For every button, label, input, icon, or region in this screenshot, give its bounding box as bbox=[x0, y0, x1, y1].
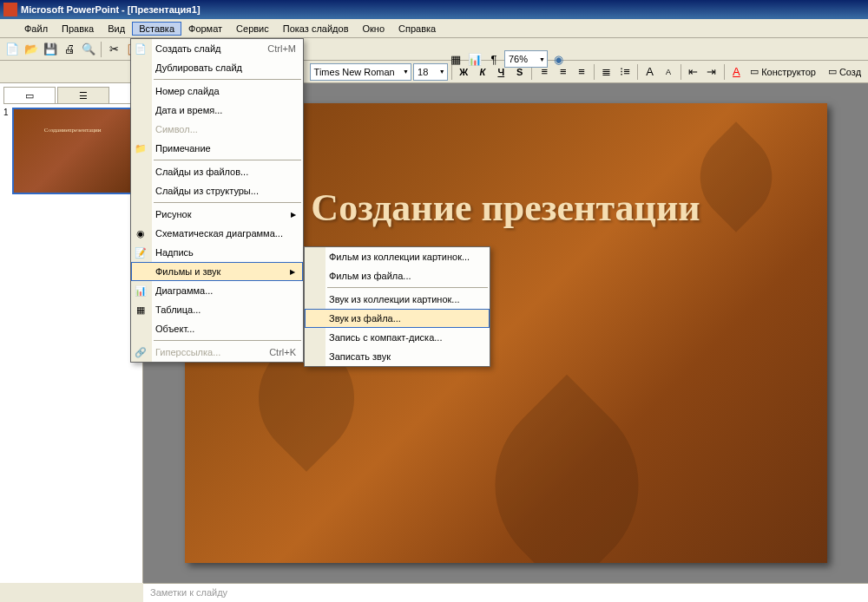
new-slide-icon: ▭ bbox=[828, 66, 837, 77]
titlebar: Microsoft PowerPoint - [Презентация1] bbox=[0, 0, 868, 19]
menu-window[interactable]: Окно bbox=[356, 22, 392, 36]
menu-item[interactable]: ◉Схематическая диаграмма... bbox=[131, 224, 303, 243]
menu-file[interactable]: Файл bbox=[17, 22, 55, 36]
save-icon[interactable]: 💾 bbox=[42, 41, 59, 58]
preview-icon[interactable]: 🔍 bbox=[80, 41, 97, 58]
menu-item-label: Дата и время... bbox=[155, 105, 222, 115]
menu-item[interactable]: 📁Примечание bbox=[131, 139, 303, 158]
menu-insert[interactable]: Вставка bbox=[132, 22, 181, 36]
menu-shortcut: Ctrl+M bbox=[267, 43, 296, 54]
menu-shortcut: Ctrl+K bbox=[269, 347, 296, 357]
show-hide-icon[interactable]: ¶ bbox=[485, 50, 503, 68]
menu-item-label: Создать слайд bbox=[155, 43, 220, 54]
menu-item-label: Фильмы и звук bbox=[155, 266, 220, 277]
menu-item[interactable]: Рисунок▶ bbox=[131, 205, 303, 224]
menu-item[interactable]: Записать звук bbox=[305, 347, 490, 366]
separator bbox=[101, 42, 102, 57]
menu-item: 🔗Гиперссылка...Ctrl+K bbox=[131, 343, 303, 362]
design-button[interactable]: ▭ Конструктор bbox=[746, 66, 819, 77]
menu-item-label: Звук из коллекции картинок... bbox=[329, 294, 460, 304]
doc-name: [Презентация1] bbox=[128, 4, 201, 15]
menu-item[interactable]: Фильм из файла... bbox=[305, 266, 490, 285]
font-dropdown[interactable]: Times New Roman bbox=[310, 63, 411, 81]
numbering-icon[interactable]: ≣ bbox=[598, 63, 615, 81]
separator bbox=[594, 64, 595, 80]
print-icon[interactable]: 🖨 bbox=[61, 41, 78, 58]
increase-font-icon[interactable]: A bbox=[641, 63, 658, 81]
new-icon[interactable]: 📄 bbox=[3, 41, 21, 58]
menu-item[interactable]: Фильм из коллекции картинок... bbox=[305, 247, 490, 266]
thumb-title: Созданиепрезентации bbox=[44, 127, 102, 134]
zoom-dropdown[interactable]: 76% bbox=[504, 50, 548, 68]
menu-item[interactable]: Запись с компакт-диска... bbox=[305, 328, 490, 347]
bullets-icon[interactable]: ⁝≡ bbox=[616, 63, 633, 81]
app-name: Microsoft PowerPoint bbox=[21, 4, 119, 15]
menu-item[interactable]: Слайды из файлов... bbox=[131, 162, 303, 181]
insert-menu-dropdown: 📄Создать слайдCtrl+MДублировать слайдНом… bbox=[130, 38, 304, 363]
menu-item[interactable]: Объект... bbox=[131, 319, 303, 338]
menu-item-icon: 📊 bbox=[134, 284, 148, 298]
menu-help[interactable]: Справка bbox=[391, 22, 443, 36]
slide-thumbnail-1[interactable]: 1 Созданиепрезентации bbox=[3, 108, 139, 194]
decrease-indent-icon[interactable]: ⇤ bbox=[685, 63, 701, 81]
menu-item-label: Дублировать слайд bbox=[155, 62, 242, 73]
menu-item[interactable]: 📊Диаграмма... bbox=[131, 281, 303, 300]
menu-item-label: Диаграмма... bbox=[155, 285, 213, 296]
table-icon[interactable]: ▦ bbox=[447, 50, 464, 68]
leaf-decoration bbox=[456, 375, 677, 563]
menu-tools[interactable]: Сервис bbox=[229, 22, 276, 36]
menu-separator bbox=[154, 340, 301, 341]
menu-view[interactable]: Вид bbox=[101, 22, 132, 36]
menu-item[interactable]: Номер слайда bbox=[131, 82, 303, 101]
decrease-font-icon[interactable]: A bbox=[660, 63, 676, 81]
menu-item[interactable]: 📝Надпись bbox=[131, 243, 303, 262]
menu-item-label: Звук из файла... bbox=[329, 313, 401, 324]
menu-item[interactable]: Звук из файла... bbox=[305, 309, 490, 328]
cut-icon[interactable]: ✂ bbox=[105, 41, 122, 58]
menu-item-label: Номер слайда bbox=[155, 86, 220, 96]
menu-item-label: Схематическая диаграмма... bbox=[155, 228, 283, 239]
movies-sound-submenu: Фильм из коллекции картинок...Фильм из ф… bbox=[304, 246, 490, 367]
increase-indent-icon[interactable]: ⇥ bbox=[703, 63, 720, 81]
menu-separator bbox=[154, 79, 301, 80]
new-slide-button[interactable]: ▭ Созд bbox=[825, 66, 865, 77]
menu-item-icon: ◉ bbox=[134, 226, 148, 240]
menu-item[interactable]: Звук из коллекции картинок... bbox=[305, 290, 490, 309]
help-icon[interactable]: ◉ bbox=[549, 50, 567, 68]
slide-panel: ▭ ☰ 1 Созданиепрезентации bbox=[0, 83, 143, 583]
menu-item-icon: 🔗 bbox=[134, 345, 148, 359]
open-icon[interactable]: 📂 bbox=[23, 41, 40, 58]
menu-separator bbox=[154, 202, 301, 203]
menu-item[interactable]: Дублировать слайд bbox=[131, 58, 303, 77]
menu-item[interactable]: Слайды из структуры... bbox=[131, 181, 303, 200]
tab-outline[interactable]: ☰ bbox=[57, 87, 109, 103]
chart-icon[interactable]: 📊 bbox=[466, 50, 483, 68]
menu-edit[interactable]: Правка bbox=[55, 22, 101, 36]
tab-slides[interactable]: ▭ bbox=[3, 87, 56, 103]
menu-separator bbox=[154, 160, 301, 160]
menu-item-label: Примечание bbox=[155, 143, 211, 154]
menu-item[interactable]: 📄Создать слайдCtrl+M bbox=[131, 39, 303, 58]
menu-separator bbox=[327, 287, 488, 288]
menu-item[interactable]: Дата и время... bbox=[131, 101, 303, 120]
app-icon bbox=[3, 3, 17, 16]
menu-format[interactable]: Формат bbox=[181, 22, 229, 36]
submenu-arrow-icon: ▶ bbox=[290, 268, 295, 276]
align-right-icon[interactable]: ≡ bbox=[573, 63, 589, 81]
menu-item-label: Фильм из файла... bbox=[329, 271, 411, 281]
menu-item-icon: 📝 bbox=[134, 245, 148, 259]
design-icon: ▭ bbox=[750, 66, 759, 77]
menubar: Файл Правка Вид Вставка Формат Сервис По… bbox=[0, 19, 868, 38]
submenu-arrow-icon: ▶ bbox=[291, 211, 296, 219]
menu-item-label: Рисунок bbox=[155, 209, 192, 219]
menu-item[interactable]: ▦Таблица... bbox=[131, 300, 303, 319]
menu-item[interactable]: Фильмы и звук▶ bbox=[131, 262, 303, 281]
notes-area[interactable]: Заметки к слайду bbox=[143, 583, 868, 602]
menu-item-label: Объект... bbox=[155, 324, 194, 334]
font-size-dropdown[interactable]: 18 bbox=[413, 63, 448, 81]
menu-item-icon: 📄 bbox=[134, 42, 148, 56]
thumbnail[interactable]: Созданиепрезентации bbox=[12, 108, 134, 194]
menu-slideshow[interactable]: Показ слайдов bbox=[276, 22, 356, 36]
font-color-icon[interactable]: A bbox=[728, 63, 745, 81]
separator bbox=[681, 64, 681, 80]
